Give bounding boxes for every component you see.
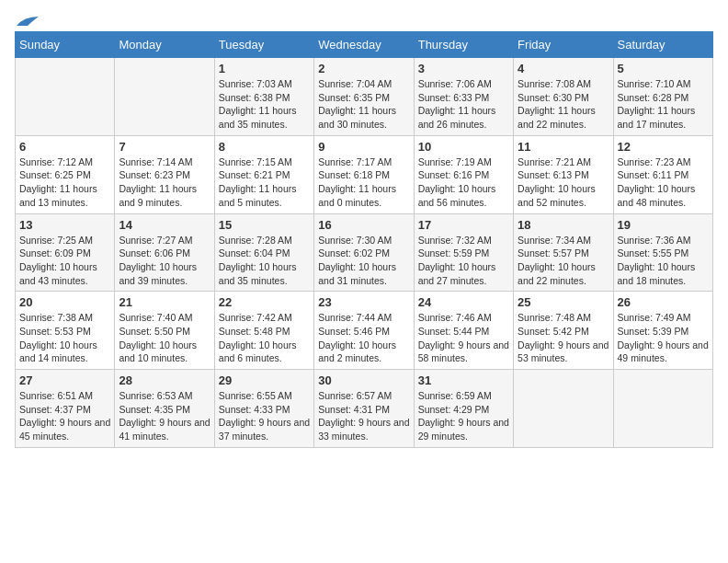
day-number: 16 <box>318 218 409 232</box>
day-number: 19 <box>618 218 709 232</box>
calendar-cell: 19Sunrise: 7:36 AM Sunset: 5:55 PM Dayli… <box>613 213 712 292</box>
day-detail: Sunrise: 7:30 AM Sunset: 6:02 PM Dayligh… <box>318 234 409 288</box>
day-header-wednesday: Wednesday <box>314 32 414 58</box>
day-number: 18 <box>518 218 609 232</box>
day-detail: Sunrise: 7:34 AM Sunset: 5:57 PM Dayligh… <box>518 234 609 288</box>
day-number: 1 <box>219 62 310 75</box>
day-detail: Sunrise: 6:53 AM Sunset: 4:35 PM Dayligh… <box>119 389 210 443</box>
day-detail: Sunrise: 6:59 AM Sunset: 4:29 PM Dayligh… <box>418 389 509 443</box>
calendar-cell <box>613 370 712 448</box>
day-number: 21 <box>119 295 210 309</box>
day-detail: Sunrise: 7:23 AM Sunset: 6:11 PM Dayligh… <box>618 155 709 210</box>
day-number: 17 <box>418 218 509 232</box>
day-detail: Sunrise: 7:49 AM Sunset: 5:39 PM Dayligh… <box>618 311 709 365</box>
calendar-cell: 26Sunrise: 7:49 AM Sunset: 5:39 PM Dayli… <box>613 292 712 370</box>
calendar-week-row: 27Sunrise: 6:51 AM Sunset: 4:37 PM Dayli… <box>16 370 713 448</box>
calendar-week-row: 6Sunrise: 7:12 AM Sunset: 6:25 PM Daylig… <box>16 135 713 213</box>
day-number: 30 <box>318 373 409 387</box>
calendar-table: SundayMondayTuesdayWednesdayThursdayFrid… <box>15 31 713 448</box>
calendar-cell: 31Sunrise: 6:59 AM Sunset: 4:29 PM Dayli… <box>414 370 513 448</box>
day-number: 26 <box>618 295 709 309</box>
calendar-cell: 6Sunrise: 7:12 AM Sunset: 6:25 PM Daylig… <box>16 135 115 213</box>
calendar-cell: 11Sunrise: 7:21 AM Sunset: 6:13 PM Dayli… <box>514 135 613 213</box>
day-number: 5 <box>618 62 709 75</box>
day-number: 9 <box>318 140 409 154</box>
day-detail: Sunrise: 7:44 AM Sunset: 5:46 PM Dayligh… <box>318 311 409 365</box>
calendar-cell: 18Sunrise: 7:34 AM Sunset: 5:57 PM Dayli… <box>514 213 613 292</box>
calendar-cell: 8Sunrise: 7:15 AM Sunset: 6:21 PM Daylig… <box>214 135 313 213</box>
calendar-cell: 13Sunrise: 7:25 AM Sunset: 6:09 PM Dayli… <box>16 213 115 292</box>
day-header-monday: Monday <box>115 32 214 58</box>
day-detail: Sunrise: 7:42 AM Sunset: 5:48 PM Dayligh… <box>219 311 310 365</box>
calendar-week-row: 20Sunrise: 7:38 AM Sunset: 5:53 PM Dayli… <box>16 292 713 370</box>
calendar-body: 1Sunrise: 7:03 AM Sunset: 6:38 PM Daylig… <box>16 58 713 448</box>
calendar-cell: 28Sunrise: 6:53 AM Sunset: 4:35 PM Dayli… <box>115 370 214 448</box>
day-detail: Sunrise: 7:12 AM Sunset: 6:25 PM Dayligh… <box>19 155 110 210</box>
day-detail: Sunrise: 7:03 AM Sunset: 6:38 PM Dayligh… <box>219 77 310 132</box>
calendar-week-row: 1Sunrise: 7:03 AM Sunset: 6:38 PM Daylig… <box>16 58 713 136</box>
logo-wing-icon <box>15 15 40 28</box>
day-detail: Sunrise: 7:38 AM Sunset: 5:53 PM Dayligh… <box>19 311 110 365</box>
day-header-sunday: Sunday <box>16 32 115 58</box>
calendar-cell: 9Sunrise: 7:17 AM Sunset: 6:18 PM Daylig… <box>314 135 414 213</box>
day-header-saturday: Saturday <box>613 32 712 58</box>
day-detail: Sunrise: 7:14 AM Sunset: 6:23 PM Dayligh… <box>119 155 210 210</box>
day-number: 12 <box>618 140 709 154</box>
day-header-thursday: Thursday <box>414 32 513 58</box>
calendar-cell: 30Sunrise: 6:57 AM Sunset: 4:31 PM Dayli… <box>314 370 414 448</box>
calendar-cell: 2Sunrise: 7:04 AM Sunset: 6:35 PM Daylig… <box>314 58 414 136</box>
calendar-cell: 7Sunrise: 7:14 AM Sunset: 6:23 PM Daylig… <box>115 135 214 213</box>
calendar-cell: 27Sunrise: 6:51 AM Sunset: 4:37 PM Dayli… <box>16 370 115 448</box>
day-number: 2 <box>318 62 409 75</box>
calendar-week-row: 13Sunrise: 7:25 AM Sunset: 6:09 PM Dayli… <box>16 213 713 292</box>
calendar-cell: 15Sunrise: 7:28 AM Sunset: 6:04 PM Dayli… <box>214 213 313 292</box>
day-number: 29 <box>219 373 310 387</box>
calendar-cell <box>514 370 613 448</box>
day-detail: Sunrise: 7:21 AM Sunset: 6:13 PM Dayligh… <box>518 155 609 210</box>
day-detail: Sunrise: 7:28 AM Sunset: 6:04 PM Dayligh… <box>219 234 310 288</box>
day-number: 28 <box>119 373 210 387</box>
day-detail: Sunrise: 7:04 AM Sunset: 6:35 PM Dayligh… <box>318 77 409 132</box>
day-header-friday: Friday <box>514 32 613 58</box>
calendar-cell: 22Sunrise: 7:42 AM Sunset: 5:48 PM Dayli… <box>214 292 313 370</box>
day-detail: Sunrise: 7:32 AM Sunset: 5:59 PM Dayligh… <box>418 234 509 288</box>
calendar-header-row: SundayMondayTuesdayWednesdayThursdayFrid… <box>16 32 713 58</box>
calendar-cell: 4Sunrise: 7:08 AM Sunset: 6:30 PM Daylig… <box>514 58 613 136</box>
calendar-cell: 16Sunrise: 7:30 AM Sunset: 6:02 PM Dayli… <box>314 213 414 292</box>
calendar-cell: 12Sunrise: 7:23 AM Sunset: 6:11 PM Dayli… <box>613 135 712 213</box>
day-detail: Sunrise: 7:40 AM Sunset: 5:50 PM Dayligh… <box>119 311 210 365</box>
day-number: 14 <box>119 218 210 232</box>
day-number: 11 <box>518 140 609 154</box>
day-number: 8 <box>219 140 310 154</box>
calendar-cell: 21Sunrise: 7:40 AM Sunset: 5:50 PM Dayli… <box>115 292 214 370</box>
day-detail: Sunrise: 7:06 AM Sunset: 6:33 PM Dayligh… <box>418 77 509 132</box>
day-detail: Sunrise: 7:36 AM Sunset: 5:55 PM Dayligh… <box>618 234 709 288</box>
day-number: 31 <box>418 373 509 387</box>
calendar-cell: 24Sunrise: 7:46 AM Sunset: 5:44 PM Dayli… <box>414 292 513 370</box>
calendar-cell: 25Sunrise: 7:48 AM Sunset: 5:42 PM Dayli… <box>514 292 613 370</box>
calendar-cell: 17Sunrise: 7:32 AM Sunset: 5:59 PM Dayli… <box>414 213 513 292</box>
day-number: 3 <box>418 62 509 75</box>
calendar-cell <box>16 58 115 136</box>
day-number: 23 <box>318 295 409 309</box>
calendar-cell: 10Sunrise: 7:19 AM Sunset: 6:16 PM Dayli… <box>414 135 513 213</box>
calendar-cell <box>115 58 214 136</box>
day-detail: Sunrise: 6:55 AM Sunset: 4:33 PM Dayligh… <box>219 389 310 443</box>
day-number: 25 <box>518 295 609 309</box>
day-number: 13 <box>19 218 110 232</box>
calendar-cell: 5Sunrise: 7:10 AM Sunset: 6:28 PM Daylig… <box>613 58 712 136</box>
page-header <box>15 15 713 24</box>
day-detail: Sunrise: 7:46 AM Sunset: 5:44 PM Dayligh… <box>418 311 509 365</box>
calendar-cell: 29Sunrise: 6:55 AM Sunset: 4:33 PM Dayli… <box>214 370 313 448</box>
day-number: 27 <box>19 373 110 387</box>
day-number: 24 <box>418 295 509 309</box>
day-detail: Sunrise: 7:27 AM Sunset: 6:06 PM Dayligh… <box>119 234 210 288</box>
day-detail: Sunrise: 7:25 AM Sunset: 6:09 PM Dayligh… <box>19 234 110 288</box>
calendar-cell: 1Sunrise: 7:03 AM Sunset: 6:38 PM Daylig… <box>214 58 313 136</box>
calendar-cell: 20Sunrise: 7:38 AM Sunset: 5:53 PM Dayli… <box>16 292 115 370</box>
day-detail: Sunrise: 6:51 AM Sunset: 4:37 PM Dayligh… <box>19 389 110 443</box>
calendar-cell: 3Sunrise: 7:06 AM Sunset: 6:33 PM Daylig… <box>414 58 513 136</box>
day-detail: Sunrise: 6:57 AM Sunset: 4:31 PM Dayligh… <box>318 389 409 443</box>
day-detail: Sunrise: 7:17 AM Sunset: 6:18 PM Dayligh… <box>318 155 409 210</box>
day-number: 10 <box>418 140 509 154</box>
